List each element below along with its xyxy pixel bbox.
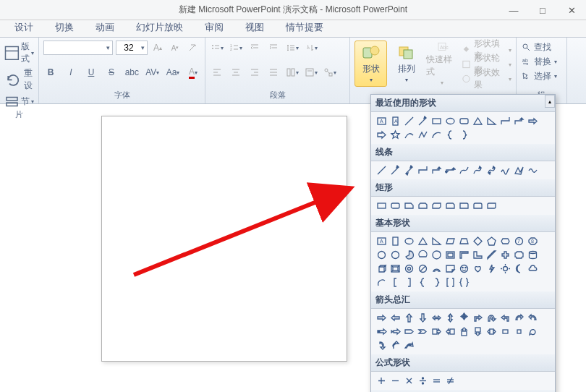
arrow-up[interactable] (403, 312, 415, 324)
columns-button[interactable]: ▾ (285, 65, 300, 80)
arrow-curved-r[interactable] (513, 312, 525, 324)
increase-indent-button[interactable] (266, 41, 281, 55)
basic-rtriangle[interactable] (430, 235, 443, 247)
basic-pie[interactable] (403, 249, 415, 261)
select-button[interactable]: 选择▾ (521, 69, 562, 82)
line-freeform[interactable] (513, 164, 525, 176)
arrow-pentagon[interactable] (403, 325, 415, 338)
line-spacing-button[interactable]: ▾ (285, 41, 300, 55)
arrow-callout-lr[interactable] (485, 325, 498, 338)
shape-arrow-block[interactable] (375, 129, 388, 141)
basic-sun[interactable] (499, 263, 511, 275)
eq-equal[interactable] (430, 375, 443, 387)
decrease-indent-button[interactable] (247, 41, 262, 55)
shape-curve[interactable] (403, 129, 415, 141)
arrow-leftright[interactable] (430, 312, 443, 324)
eq-multiply[interactable] (403, 375, 415, 387)
arrow-curved-u[interactable] (389, 339, 402, 351)
layout-button[interactable]: 版式▾ (4, 41, 34, 65)
replace-button[interactable]: ab替换▾ (521, 55, 562, 68)
eq-minus[interactable] (389, 375, 402, 387)
basic-diagstripe[interactable] (485, 249, 498, 261)
basic-cloud[interactable] (527, 263, 539, 275)
font-color-button[interactable]: A▾ (186, 65, 200, 80)
shape-brace-l[interactable] (444, 129, 457, 141)
arrow-callout-quad[interactable] (513, 325, 525, 338)
basic-smiley[interactable] (458, 263, 470, 275)
numbering-button[interactable]: 12▾ (229, 41, 243, 55)
bold-button[interactable]: B (43, 65, 58, 80)
basic-foldedcorner[interactable] (444, 263, 457, 275)
shape-rtriangle[interactable] (485, 115, 498, 127)
line-free[interactable] (527, 164, 539, 176)
rect-plain[interactable] (375, 200, 388, 212)
arrow-striped[interactable] (375, 325, 388, 338)
tab-review[interactable]: 审阅 (198, 20, 231, 37)
line-scribble[interactable] (499, 164, 511, 176)
shape-line[interactable] (403, 115, 415, 127)
basic-plus[interactable] (499, 249, 511, 261)
basic-blockarc[interactable] (430, 263, 443, 275)
maximize-button[interactable]: □ (528, 0, 557, 20)
tab-storyboard[interactable]: 情节提要 (279, 20, 331, 37)
basic-dodecagon[interactable] (389, 249, 402, 261)
shape-triangle[interactable] (472, 115, 484, 127)
italic-button[interactable]: I (64, 65, 78, 80)
basic-cube[interactable] (375, 263, 388, 275)
tab-animations[interactable]: 动画 (88, 20, 122, 37)
basic-braces[interactable] (458, 276, 470, 289)
basic-frame[interactable] (444, 249, 457, 261)
bullets-button[interactable]: ▾ (210, 41, 224, 55)
quickstyle-button[interactable]: Abc 快速样式 ▾ (425, 41, 458, 87)
arrow-notched[interactable] (389, 325, 402, 338)
arrow-callout-l[interactable] (444, 325, 457, 338)
basic-lightning[interactable] (485, 263, 498, 275)
line-plain[interactable] (375, 164, 388, 176)
arrow-bent-r[interactable] (472, 312, 484, 324)
tab-design[interactable]: 设计 (7, 20, 41, 37)
arrow-quad[interactable] (458, 312, 470, 324)
line-curve-dbl[interactable] (485, 164, 498, 176)
rect-round1[interactable] (458, 200, 470, 212)
grow-font-button[interactable]: A▴ (150, 41, 165, 55)
arrow-callout-ud[interactable] (499, 325, 511, 338)
justify-button[interactable] (266, 65, 281, 80)
line-curve-arrow[interactable] (472, 164, 484, 176)
font-name-combo[interactable]: ▾ (43, 41, 113, 55)
basic-pentagon[interactable] (485, 235, 498, 247)
shape-freeform[interactable] (417, 129, 429, 141)
minimize-button[interactable]: — (499, 0, 528, 20)
arrow-curved-d[interactable] (375, 339, 388, 351)
line-arrow[interactable] (389, 164, 402, 176)
basic-textbox-v[interactable] (389, 235, 402, 247)
line-elbow-arrow[interactable] (430, 164, 443, 176)
basic-plaque[interactable] (513, 249, 525, 261)
align-right-button[interactable] (247, 65, 262, 80)
align-center-button[interactable] (229, 65, 243, 80)
basic-triangle[interactable] (417, 235, 429, 247)
line-elbow[interactable] (417, 164, 429, 176)
clear-format-button[interactable] (185, 41, 200, 55)
tab-transitions[interactable]: 切换 (48, 20, 81, 37)
line-curve[interactable] (458, 164, 470, 176)
shape-line-arrow[interactable] (417, 115, 429, 127)
smartart-button[interactable]: ▾ (323, 65, 337, 80)
tab-view[interactable]: 视图 (238, 20, 271, 37)
rect-snip1[interactable] (403, 200, 415, 212)
arrow-lturn[interactable] (499, 312, 511, 324)
shape-roundrect[interactable] (458, 115, 470, 127)
arrow-swoosh[interactable] (403, 339, 415, 351)
basic-arc2[interactable] (375, 276, 388, 289)
arrow-callout-r[interactable] (430, 325, 443, 338)
rect-round2diag[interactable] (485, 200, 498, 212)
font-name-input[interactable] (46, 43, 104, 53)
basic-textbox[interactable]: A (375, 235, 388, 247)
scroll-up-button[interactable]: ▴ (545, 95, 555, 108)
rect-round[interactable] (389, 200, 402, 212)
align-left-button[interactable] (210, 65, 224, 80)
basic-brace-r[interactable] (430, 276, 443, 289)
find-button[interactable]: 查找 (521, 41, 562, 54)
arrow-down[interactable] (417, 312, 429, 324)
eq-divide[interactable] (417, 375, 429, 387)
shape-arc[interactable] (430, 129, 443, 141)
